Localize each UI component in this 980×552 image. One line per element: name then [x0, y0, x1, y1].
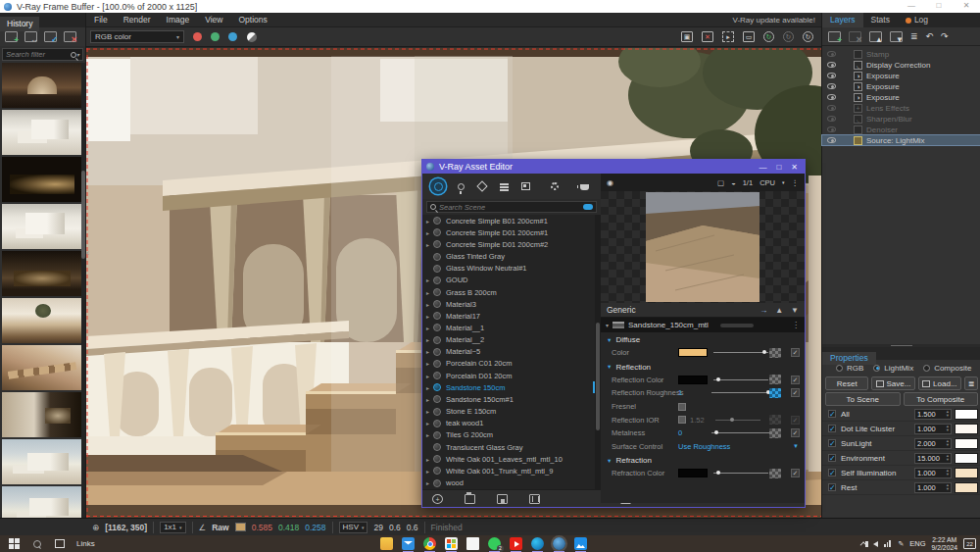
- region-icon[interactable]: ▭: [743, 31, 755, 42]
- material-material-5[interactable]: ▸Material~5: [422, 346, 595, 358]
- material-material3[interactable]: ▸Material3: [422, 298, 595, 310]
- menu-options[interactable]: Options: [231, 15, 275, 25]
- color-swatch[interactable]: [678, 348, 708, 357]
- green-channel-dot[interactable]: [211, 32, 220, 41]
- layers-icon[interactable]: [497, 179, 511, 193]
- material-stone-e-150cm[interactable]: ▸Stone E 150cm: [422, 406, 595, 418]
- texture-slot-icon[interactable]: [769, 348, 781, 358]
- enable-checkbox[interactable]: ✓: [791, 416, 800, 425]
- minimize-button[interactable]: —: [898, 0, 925, 13]
- material-white-oak-001-leaves-mtl-mtl-10[interactable]: ▸White Oak 001_Leaves_mtl_mtl_10: [422, 453, 595, 465]
- lightmix-value-input[interactable]: 15.000▴▾: [914, 453, 952, 464]
- history-thumbnail-white-clay-model-2[interactable]: [2, 204, 82, 249]
- eye-icon[interactable]: [827, 62, 836, 68]
- textures-icon[interactable]: [518, 179, 532, 193]
- lightmix-value-input[interactable]: 1.000▴▾: [914, 468, 952, 478]
- material-concrete-simple-b01-200cm-1[interactable]: ▸Concrete Simple B01 200cm#1: [422, 215, 595, 226]
- geometry-icon[interactable]: [475, 179, 489, 193]
- preview-menu-icon[interactable]: ⋮: [792, 178, 800, 187]
- enable-checkbox[interactable]: ✓: [791, 428, 800, 437]
- taskbar-search-icon[interactable]: [33, 540, 41, 548]
- taskbar-app-youtube[interactable]: [510, 537, 522, 550]
- lightmix-value-input[interactable]: 1.000▴▾: [914, 424, 952, 434]
- add-asset-icon[interactable]: +: [432, 494, 443, 504]
- history-thumbnail-half-lit-interior[interactable]: [2, 392, 82, 437]
- ior-checkbox[interactable]: [678, 416, 686, 424]
- save-layers-icon[interactable]: ▲: [869, 31, 882, 42]
- checkbox[interactable]: ✓: [828, 483, 836, 491]
- history-thumbnail-white-clay-model[interactable]: [2, 110, 82, 155]
- color-swatch[interactable]: [678, 376, 708, 384]
- radio-rgb[interactable]: [836, 365, 843, 372]
- layer-exposure[interactable]: ◑Exposure: [822, 92, 980, 102]
- material-sandstone-150cm[interactable]: ▸Sandstone 150cm: [422, 381, 595, 393]
- save-asset-icon[interactable]: [497, 494, 508, 504]
- eye-icon[interactable]: [827, 51, 836, 57]
- set-a-icon[interactable]: ✓: [44, 31, 57, 42]
- checkbox[interactable]: ✓: [828, 454, 836, 462]
- load-layers-icon[interactable]: ▼: [890, 31, 903, 42]
- preview-device[interactable]: CPU: [760, 178, 775, 187]
- lightmix-color-swatch[interactable]: [955, 438, 978, 449]
- tab-log[interactable]: Log: [898, 13, 936, 27]
- lightmix-color-swatch[interactable]: [955, 409, 978, 420]
- checkbox[interactable]: ✓: [828, 410, 836, 418]
- delete-asset-icon[interactable]: [529, 494, 540, 504]
- blue-channel-dot[interactable]: [228, 32, 237, 41]
- section-refraction[interactable]: ▼Refraction: [601, 454, 805, 467]
- eye-icon[interactable]: [827, 137, 836, 143]
- menu-view[interactable]: View: [197, 15, 230, 25]
- eye-icon[interactable]: ◉: [607, 178, 613, 187]
- texture-slot-icon[interactable]: [769, 415, 781, 425]
- texture-slot-icon[interactable]: [769, 469, 781, 478]
- preview-window-icon[interactable]: ▢: [717, 178, 724, 187]
- layer-exposure[interactable]: ◑Exposure: [822, 81, 980, 91]
- asset-editor-titlebar[interactable]: V-Ray Asset Editor — □ ✕: [422, 160, 805, 174]
- preview-teapot-icon[interactable]: ◒: [731, 178, 736, 187]
- material-porcelain-d01-20cm[interactable]: ▸Porcelain D01 20cm: [422, 370, 595, 381]
- material-glass-window-neutral-1[interactable]: Glass Window Neutral#1: [422, 263, 595, 275]
- layer-denoiser[interactable]: Denoiser: [822, 125, 980, 134]
- enable-checkbox[interactable]: ✓: [791, 469, 800, 477]
- material-porcelain-c01-20cm[interactable]: ▸Porcelain C01 20cm: [422, 358, 595, 370]
- layer-exposure[interactable]: ◑Exposure: [822, 71, 980, 80]
- enable-checkbox[interactable]: ✓: [791, 388, 800, 397]
- lightmix-menu-icon[interactable]: ≣: [964, 376, 978, 390]
- taskbar-app-photos[interactable]: [574, 537, 587, 550]
- links-label[interactable]: Links: [76, 539, 95, 548]
- layer-display-correction[interactable]: ◟Display Correction: [822, 60, 980, 70]
- taskbar-app-vray[interactable]: [553, 537, 565, 550]
- alpha-sphere-icon[interactable]: [247, 32, 257, 42]
- history-thumbnail-dark-interior-arch[interactable]: [2, 63, 82, 108]
- clear-image-icon[interactable]: ✕: [702, 31, 713, 42]
- material-translucent-glass-gray[interactable]: Translucent Glass Gray: [422, 441, 595, 453]
- section-diffuse[interactable]: ▼Diffuse: [601, 333, 805, 346]
- tab-layers[interactable]: Layers: [822, 13, 863, 27]
- texture-slot-icon[interactable]: [769, 388, 781, 398]
- taskbar-app-file-explorer[interactable]: [380, 537, 393, 550]
- radio-lightmix[interactable]: [873, 365, 880, 372]
- tray-language[interactable]: ENG: [909, 539, 925, 548]
- material-teak-wood1[interactable]: ▸teak wood1: [422, 418, 595, 429]
- undo-icon[interactable]: ↶: [926, 31, 934, 41]
- material-glass-tinted-gray[interactable]: Glass Tinted Gray: [422, 250, 595, 262]
- compare-ab-icon[interactable]: ↔: [24, 31, 37, 42]
- history-thumbnail-warm-interior-tree[interactable]: [2, 298, 82, 343]
- speaker-icon[interactable]: [873, 541, 878, 547]
- layer-sharpen-blur[interactable]: ◟Sharpen/Blur: [822, 114, 980, 124]
- taskbar-app-chrome[interactable]: [423, 537, 436, 550]
- filter-toggle[interactable]: [583, 204, 593, 210]
- save-button[interactable]: Save...: [871, 376, 914, 390]
- region-select-icon[interactable]: ▸: [722, 31, 734, 42]
- checkbox[interactable]: ✓: [828, 425, 836, 432]
- layer-lens-effects[interactable]: +Lens Effects: [822, 103, 980, 113]
- task-view-icon[interactable]: [55, 539, 65, 548]
- notification-icon[interactable]: 22: [963, 538, 976, 549]
- render-last-icon[interactable]: ↻: [763, 31, 774, 42]
- taskbar-app-edge[interactable]: [531, 537, 544, 550]
- maximize-button[interactable]: □: [925, 0, 953, 13]
- enable-checkbox[interactable]: ✓: [791, 376, 800, 384]
- material-grass-b-200cm[interactable]: ▸Grass B 200cm: [422, 286, 595, 298]
- material-white-oak-001-trunk-mtl-mtl-9[interactable]: ▸White Oak 001_Trunk_mtl_mtl_9: [422, 465, 595, 477]
- ae-close-button[interactable]: ✕: [791, 163, 798, 172]
